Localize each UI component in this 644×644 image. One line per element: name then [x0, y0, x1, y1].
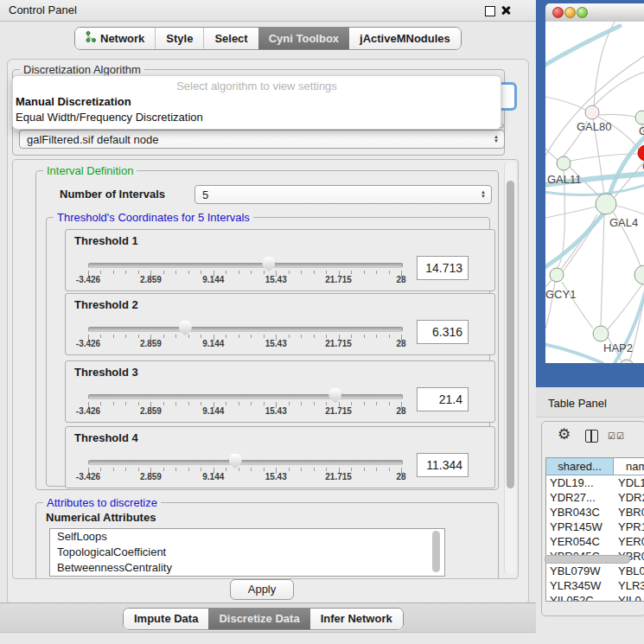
- tab-style[interactable]: Style: [155, 28, 203, 49]
- attribute-item[interactable]: SelfLoops: [50, 529, 444, 545]
- network-icon: [86, 31, 96, 45]
- tick-mark: [326, 468, 327, 471]
- slider-track[interactable]: [88, 327, 403, 332]
- tab-impute-data[interactable]: Impute Data: [124, 609, 208, 629]
- settings-gear-icon[interactable]: ⚙: [558, 427, 571, 442]
- tab-discretize-data[interactable]: Discretize Data: [208, 609, 309, 629]
- panel-scrollbar-track[interactable]: [504, 162, 516, 575]
- table-row[interactable]: YDL19...YDL1: [546, 475, 644, 490]
- algorithm-option[interactable]: Equal Width/Frequency Discretization: [16, 111, 203, 124]
- slider-track[interactable]: [88, 394, 403, 399]
- table-row[interactable]: YBL079WYBL0: [546, 564, 644, 578]
- apply-button[interactable]: Apply: [230, 579, 294, 600]
- cell-shared-name[interactable]: YIL052C: [550, 593, 594, 602]
- cell-shared-name[interactable]: YDL19...: [550, 475, 594, 490]
- attribute-item[interactable]: BetweennessCentrality: [50, 560, 444, 576]
- cell-name[interactable]: YDR2: [618, 490, 644, 505]
- panel-scrollbar-thumb[interactable]: [507, 181, 514, 488]
- tab-jactivemnodules[interactable]: jActiveMNodules: [349, 28, 461, 49]
- tab-select[interactable]: Select: [203, 28, 258, 49]
- table-row[interactable]: YDR27...YDR2: [546, 490, 644, 505]
- slider-track[interactable]: [88, 263, 403, 268]
- cell-name[interactable]: YIL0: [618, 593, 641, 602]
- table-row[interactable]: YPR145WYPR1: [546, 520, 644, 534]
- tick-mark: [113, 335, 114, 338]
- float-window-icon[interactable]: [485, 6, 495, 16]
- table-panel-header: Table Panel: [536, 387, 644, 418]
- network-node-G[interactable]: [635, 111, 644, 124]
- cell-shared-name[interactable]: YBL079W: [550, 564, 601, 578]
- threshold-panel: Threshold 1-3.4262.8599.14415.4321.71528…: [65, 229, 495, 291]
- intervals-value: 5: [202, 188, 208, 201]
- tick-mark: [264, 468, 265, 471]
- slider-thumb[interactable]: [179, 321, 192, 335]
- network-edge: [545, 97, 585, 110]
- minimize-window-icon[interactable]: [564, 7, 576, 18]
- cell-name[interactable]: YER0: [618, 534, 644, 549]
- tab-network[interactable]: Network: [75, 28, 155, 49]
- network-node-H[interactable]: [634, 265, 644, 284]
- close-window-icon[interactable]: [552, 7, 564, 18]
- threshold-value-field[interactable]: 14.713: [417, 256, 469, 280]
- list-scrollbar-thumb[interactable]: [432, 531, 440, 572]
- table-data-select[interactable]: galFiltered.sif default node ▲▼: [19, 130, 505, 149]
- table-hscrollbar-thumb[interactable]: [545, 555, 630, 564]
- threshold-value-field[interactable]: 11.344: [417, 453, 469, 477]
- tick-mark: [389, 335, 390, 338]
- threshold-value-field[interactable]: 6.316: [417, 320, 469, 344]
- close-icon[interactable]: [501, 5, 511, 16]
- algorithm-option[interactable]: Manual Discretization: [16, 95, 131, 108]
- table-row[interactable]: YLR345WYLR3: [546, 578, 644, 593]
- tick-mark: [201, 271, 201, 274]
- slider-thumb[interactable]: [229, 454, 242, 469]
- cell-name[interactable]: YBR0: [618, 505, 644, 520]
- network-window-titlebar[interactable]: [545, 3, 644, 22]
- network-node-GCY1[interactable]: [550, 268, 564, 282]
- thresholds-group-title: Threshold's Coordinates for 5 Intervals: [54, 211, 253, 224]
- column-checkboxes-icon[interactable]: ☑☑: [608, 431, 625, 441]
- cell-name[interactable]: YBL0: [618, 564, 644, 578]
- tick-mark: [100, 335, 101, 338]
- table-row[interactable]: YER054CYER0: [546, 534, 644, 549]
- cell-name[interactable]: YDL1: [618, 475, 644, 490]
- numerical-attributes-list[interactable]: SelfLoopsTopologicalCoefficientBetweenne…: [49, 528, 445, 577]
- zoom-window-icon[interactable]: [577, 7, 588, 18]
- cell-shared-name[interactable]: YLR345W: [550, 578, 601, 593]
- tick-mark: [389, 271, 390, 274]
- stepper-arrows-icon[interactable]: ▲▼: [475, 190, 491, 199]
- tab-infer-network[interactable]: Infer Network: [310, 609, 403, 629]
- cell-shared-name[interactable]: YPR145W: [550, 520, 603, 534]
- network-node[interactable]: [620, 360, 634, 363]
- threshold-value-field[interactable]: 21.4: [417, 387, 469, 411]
- slider-thumb[interactable]: [262, 257, 275, 271]
- table-panel-title: Table Panel: [548, 397, 607, 410]
- cell-name[interactable]: YPR1: [618, 520, 644, 534]
- tick-mark: [239, 335, 239, 338]
- tick-mark: [175, 335, 176, 338]
- split-columns-icon[interactable]: [585, 430, 598, 443]
- slider-thumb[interactable]: [328, 388, 341, 403]
- stepper-arrows-icon[interactable]: ▲▼: [488, 135, 504, 143]
- tab-label: Cyni Toolbox: [269, 32, 339, 45]
- tick-mark: [326, 271, 327, 274]
- tab-cyni-toolbox[interactable]: Cyni Toolbox: [258, 28, 349, 49]
- network-node-GAL11[interactable]: [557, 156, 571, 170]
- network-node-C[interactable]: [638, 145, 644, 161]
- attribute-item[interactable]: TopologicalCoefficient: [50, 545, 444, 560]
- cell-shared-name[interactable]: YDR27...: [550, 490, 596, 505]
- table-row[interactable]: YBR043CYBR0: [546, 505, 644, 520]
- column-header-shared[interactable]: shared...: [546, 458, 614, 475]
- network-node-HAP2[interactable]: [593, 326, 609, 341]
- tick-mark: [125, 335, 126, 338]
- slider-track[interactable]: [88, 460, 403, 465]
- network-node-GAL4[interactable]: [596, 194, 616, 214]
- cell-shared-name[interactable]: YBR043C: [550, 505, 600, 520]
- number-of-intervals-spinner[interactable]: 5 ▲▼: [194, 185, 492, 204]
- cell-shared-name[interactable]: YER054C: [550, 534, 600, 549]
- network-canvas[interactable]: GAL80G.CGAL11GAL4GCY1HHAP2: [545, 22, 644, 363]
- table-row[interactable]: YIL052CYIL0: [546, 593, 644, 602]
- column-header-name[interactable]: name: [614, 458, 644, 475]
- tick-mark: [289, 271, 290, 274]
- cell-name[interactable]: YLR3: [618, 578, 644, 593]
- network-node-GAL80[interactable]: [585, 105, 599, 119]
